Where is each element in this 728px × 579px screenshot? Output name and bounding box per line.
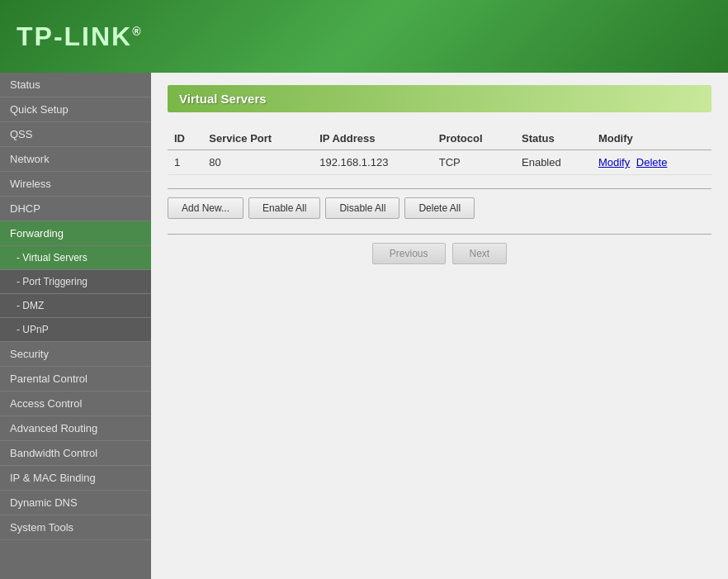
divider-bottom (168, 234, 711, 235)
sidebar: Status Quick Setup QSS Network Wireless … (0, 73, 151, 579)
col-service-port: Service Port (202, 127, 313, 150)
page-title-bar: Virtual Servers (168, 85, 711, 112)
col-status: Status (515, 127, 592, 150)
sidebar-item-ip-mac-binding[interactable]: IP & MAC Binding (0, 466, 151, 491)
sidebar-item-network[interactable]: Network (0, 147, 151, 172)
previous-button[interactable]: Previous (372, 243, 446, 264)
sidebar-item-system-tools[interactable]: System Tools (0, 515, 151, 540)
col-modify: Modify (592, 127, 711, 150)
sidebar-item-bandwidth-control[interactable]: Bandwidth Control (0, 441, 151, 466)
sidebar-item-qss[interactable]: QSS (0, 122, 151, 147)
col-protocol: Protocol (433, 127, 515, 150)
enable-all-button[interactable]: Enable All (248, 197, 320, 219)
sidebar-item-security[interactable]: Security (0, 342, 151, 367)
next-button[interactable]: Next (452, 243, 508, 264)
sidebar-item-wireless[interactable]: Wireless (0, 172, 151, 197)
cell-id: 1 (168, 150, 202, 175)
logo-tm: ® (132, 25, 142, 38)
logo-text: TP-LINK (17, 21, 132, 51)
logo: TP-LINK® (17, 21, 143, 52)
sidebar-item-parental-control[interactable]: Parental Control (0, 367, 151, 392)
cell-protocol: TCP (433, 150, 515, 175)
delete-link[interactable]: Delete (636, 156, 668, 168)
sidebar-item-quick-setup[interactable]: Quick Setup (0, 97, 151, 122)
virtual-servers-table: ID Service Port IP Address Protocol Stat… (168, 127, 711, 175)
content-area: Virtual Servers ID Service Port IP Addre… (151, 73, 728, 579)
add-new-button[interactable]: Add New... (168, 197, 243, 219)
modify-link[interactable]: Modify (598, 156, 630, 168)
cell-service-port: 80 (202, 150, 313, 175)
sidebar-item-port-triggering[interactable]: - Port Triggering (0, 270, 151, 294)
sidebar-item-upnp[interactable]: - UPnP (0, 318, 151, 342)
col-id: ID (168, 127, 202, 150)
cell-status: Enabled (515, 150, 592, 175)
sidebar-item-dmz[interactable]: - DMZ (0, 294, 151, 318)
divider-top (168, 188, 711, 189)
sidebar-item-access-control[interactable]: Access Control (0, 392, 151, 416)
sidebar-item-dynamic-dns[interactable]: Dynamic DNS (0, 491, 151, 515)
action-button-row: Add New... Enable All Disable All Delete… (168, 197, 711, 219)
delete-all-button[interactable]: Delete All (404, 197, 475, 219)
cell-ip-address: 192.168.1.123 (313, 150, 433, 175)
pagination-row: Previous Next (168, 243, 711, 264)
sidebar-item-dhcp[interactable]: DHCP (0, 197, 151, 221)
sidebar-item-status[interactable]: Status (0, 73, 151, 97)
col-ip-address: IP Address (313, 127, 433, 150)
table-row: 1 80 192.168.1.123 TCP Enabled Modify De… (168, 150, 711, 175)
sidebar-item-virtual-servers[interactable]: - Virtual Servers (0, 246, 151, 270)
sidebar-item-forwarding[interactable]: Forwarding (0, 221, 151, 246)
disable-all-button[interactable]: Disable All (325, 197, 399, 219)
page-title: Virtual Servers (179, 92, 267, 106)
cell-modify-actions: Modify Delete (592, 150, 711, 175)
header: TP-LINK® (0, 0, 728, 73)
sidebar-item-advanced-routing[interactable]: Advanced Routing (0, 416, 151, 441)
main-layout: Status Quick Setup QSS Network Wireless … (0, 73, 728, 579)
